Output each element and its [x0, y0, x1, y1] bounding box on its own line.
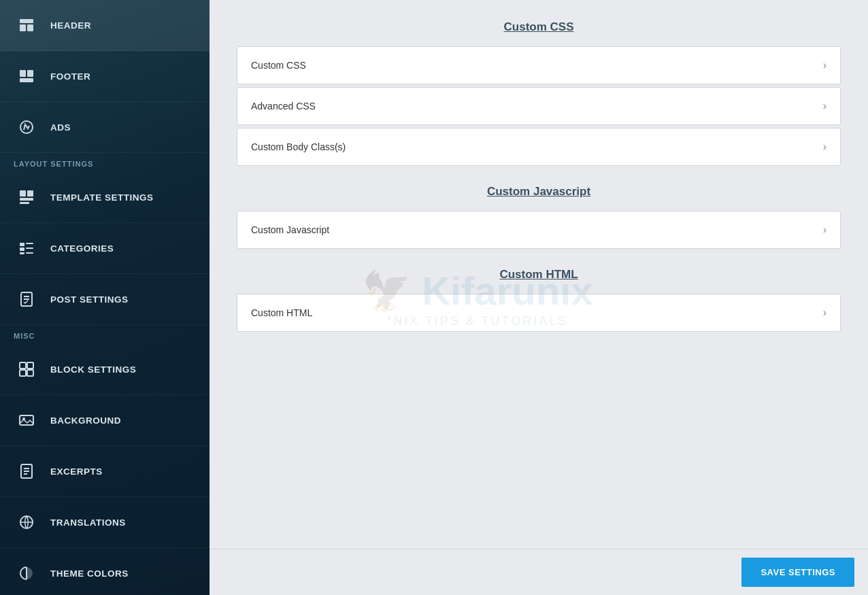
translations-icon [14, 509, 39, 535]
sidebar-item-block-settings[interactable]: Block Settings [0, 344, 210, 395]
accordion-advanced-css[interactable]: Advanced CSS › [237, 87, 841, 125]
footer-bar: Save Settings [210, 549, 868, 595]
accordion-custom-css-label: Custom CSS [251, 60, 306, 71]
svg-rect-16 [26, 252, 33, 254]
custom-javascript-title: Custom Javascript [237, 185, 841, 199]
sidebar-item-ads-label: Ads [50, 122, 71, 133]
sidebar-item-categories-label: Categories [50, 243, 114, 254]
sidebar-item-excerpts[interactable]: Excerpts [0, 446, 210, 497]
custom-javascript-section: Custom Javascript Custom Javascript › [237, 185, 841, 249]
accordion-custom-html-label: Custom HTML [251, 307, 312, 318]
excerpts-icon [14, 458, 39, 484]
svg-rect-8 [27, 190, 33, 197]
svg-rect-20 [20, 362, 26, 369]
accordion-advanced-css-chevron: › [823, 100, 827, 112]
post-settings-icon [14, 286, 39, 312]
svg-rect-2 [27, 24, 33, 31]
svg-rect-3 [20, 70, 26, 77]
svg-rect-1 [20, 24, 26, 31]
svg-rect-10 [20, 202, 29, 204]
ads-icon [14, 114, 39, 140]
sidebar-item-header[interactable]: Header [0, 0, 210, 51]
sidebar-item-ads[interactable]: Ads [0, 102, 210, 153]
svg-rect-4 [27, 70, 33, 77]
sidebar-item-template-settings[interactable]: Template Settings [0, 172, 210, 223]
svg-rect-14 [26, 248, 33, 249]
save-settings-button[interactable]: Save Settings [741, 558, 854, 587]
sidebar-item-theme-colors-label: Theme Colors [50, 568, 129, 579]
sidebar-item-translations[interactable]: Translations [0, 497, 210, 548]
svg-rect-23 [27, 370, 33, 376]
svg-rect-21 [27, 362, 33, 369]
sidebar-item-post-settings[interactable]: Post Settings [0, 274, 210, 325]
template-settings-icon [14, 184, 39, 210]
accordion-custom-css-chevron: › [823, 59, 827, 71]
categories-icon [14, 235, 39, 261]
layout-settings-header: Layout Settings [0, 153, 210, 172]
sidebar-item-theme-colors[interactable]: Theme Colors [0, 548, 210, 595]
accordion-custom-html-chevron: › [823, 307, 827, 319]
accordion-custom-javascript[interactable]: Custom Javascript › [237, 211, 841, 249]
accordion-custom-body-class-chevron: › [823, 141, 827, 153]
svg-rect-7 [20, 190, 26, 197]
accordion-custom-body-class[interactable]: Custom Body Class(s) › [237, 128, 841, 166]
footer-icon [14, 63, 39, 89]
accordion-custom-body-class-label: Custom Body Class(s) [251, 141, 346, 152]
header-icon [14, 12, 39, 38]
accordion-custom-javascript-label: Custom Javascript [251, 224, 329, 235]
svg-rect-24 [20, 415, 33, 425]
custom-html-section: Custom HTML Custom HTML › [237, 268, 841, 332]
sidebar-item-excerpts-label: Excerpts [50, 466, 103, 477]
custom-css-section: Custom CSS Custom CSS › Advanced CSS › C… [237, 20, 841, 166]
sidebar-item-post-settings-label: Post Settings [50, 294, 129, 305]
svg-rect-11 [20, 243, 24, 246]
accordion-advanced-css-label: Advanced CSS [251, 101, 316, 112]
sidebar-item-footer-label: Footer [50, 71, 90, 82]
background-icon [14, 407, 39, 433]
sidebar-item-background[interactable]: Background [0, 395, 210, 446]
svg-rect-5 [20, 78, 33, 82]
theme-colors-icon [14, 560, 39, 586]
svg-rect-12 [26, 243, 33, 244]
content-area: Custom CSS Custom CSS › Advanced CSS › C… [210, 0, 868, 549]
sidebar-item-template-settings-label: Template Settings [50, 192, 154, 203]
accordion-custom-css[interactable]: Custom CSS › [237, 46, 841, 84]
svg-rect-15 [20, 252, 24, 254]
sidebar-item-header-label: Header [50, 20, 91, 31]
sidebar-item-block-settings-label: Block Settings [50, 364, 136, 375]
misc-header: Misc [0, 325, 210, 344]
accordion-custom-javascript-chevron: › [823, 224, 827, 236]
svg-rect-9 [20, 198, 33, 201]
main-content: Custom CSS Custom CSS › Advanced CSS › C… [210, 0, 868, 595]
sidebar-item-background-label: Background [50, 415, 121, 426]
sidebar-item-translations-label: Translations [50, 517, 126, 528]
svg-rect-13 [20, 248, 24, 251]
block-settings-icon [14, 356, 39, 382]
sidebar: Header Footer Ads Layout Settings Templa… [0, 0, 210, 595]
svg-rect-22 [20, 370, 26, 376]
custom-css-title: Custom CSS [237, 20, 841, 34]
custom-html-title: Custom HTML [237, 268, 841, 282]
svg-rect-0 [20, 19, 33, 23]
sidebar-item-categories[interactable]: Categories [0, 223, 210, 274]
sidebar-item-footer[interactable]: Footer [0, 51, 210, 102]
accordion-custom-html[interactable]: Custom HTML › [237, 294, 841, 332]
